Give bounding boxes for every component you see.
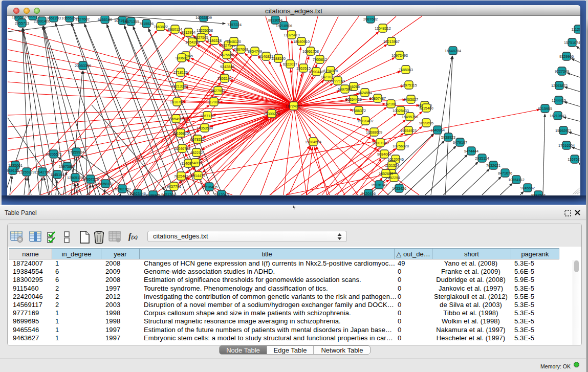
svg-text:3624554: 3624554 xyxy=(358,91,372,95)
svg-text:7663822: 7663822 xyxy=(154,25,168,29)
svg-text:9329966: 9329966 xyxy=(559,54,574,59)
svg-text:9451204: 9451204 xyxy=(161,192,176,195)
svg-text:1546120: 1546120 xyxy=(227,39,241,44)
svg-text:2803144: 2803144 xyxy=(217,76,232,81)
svg-text:10654112: 10654112 xyxy=(508,178,524,182)
svg-text:9651203: 9651203 xyxy=(47,16,61,20)
svg-text:989601: 989601 xyxy=(176,56,188,60)
svg-text:10025433: 10025433 xyxy=(393,108,409,113)
svg-text:9699695: 9699695 xyxy=(419,121,433,125)
svg-text:15136141: 15136141 xyxy=(371,183,387,187)
svg-text:6322037: 6322037 xyxy=(283,62,297,67)
svg-text:9120456: 9120456 xyxy=(361,191,376,195)
svg-text:8186328: 8186328 xyxy=(207,38,222,43)
svg-text:18807249: 18807249 xyxy=(372,141,388,145)
svg-text:2718126: 2718126 xyxy=(173,70,188,75)
svg-text:8660124: 8660124 xyxy=(168,27,182,32)
svg-text:7485063: 7485063 xyxy=(399,68,413,72)
svg-text:15751074: 15751074 xyxy=(564,40,580,45)
svg-text:1733426: 1733426 xyxy=(392,186,406,191)
svg-text:12975115: 12975115 xyxy=(401,83,417,87)
svg-text:8215955: 8215955 xyxy=(538,106,552,111)
svg-text:15692971: 15692971 xyxy=(555,128,572,133)
svg-text:9457791: 9457791 xyxy=(167,184,181,189)
svg-text:9831504: 9831504 xyxy=(531,193,546,195)
svg-text:5938923: 5938923 xyxy=(441,135,455,140)
svg-text:7955812: 7955812 xyxy=(313,57,327,62)
svg-text:19384554: 19384554 xyxy=(305,140,321,144)
svg-text:8427552: 8427552 xyxy=(211,89,225,93)
svg-text:16671355: 16671355 xyxy=(123,19,139,24)
svg-text:1588520: 1588520 xyxy=(271,56,286,61)
svg-text:12923446: 12923446 xyxy=(129,191,146,195)
svg-text:15720407: 15720407 xyxy=(357,119,374,123)
svg-text:11325419: 11325419 xyxy=(284,33,299,37)
svg-text:9227349: 9227349 xyxy=(555,69,569,74)
svg-text:10688609: 10688609 xyxy=(366,130,382,135)
svg-text:20364436: 20364436 xyxy=(345,97,362,102)
svg-text:6466160: 6466160 xyxy=(98,17,112,22)
svg-text:1362615: 1362615 xyxy=(296,66,311,71)
svg-text:20206571: 20206571 xyxy=(46,152,62,157)
svg-text:10807487: 10807487 xyxy=(369,96,386,101)
svg-text:7357224: 7357224 xyxy=(227,23,242,27)
svg-text:9777169: 9777169 xyxy=(331,79,345,83)
svg-text:12093872: 12093872 xyxy=(551,83,568,88)
svg-text:7625402: 7625402 xyxy=(174,174,188,179)
svg-text:11548312: 11548312 xyxy=(375,26,390,31)
svg-text:1151324: 1151324 xyxy=(385,163,399,168)
svg-text:15495758: 15495758 xyxy=(402,115,418,119)
svg-text:19166825: 19166825 xyxy=(172,131,189,136)
svg-text:19218506: 19218506 xyxy=(276,24,292,28)
svg-text:939139: 939139 xyxy=(7,168,19,173)
svg-text:3678332: 3678332 xyxy=(190,137,205,142)
svg-text:9084067: 9084067 xyxy=(377,152,391,157)
svg-text:3267130: 3267130 xyxy=(200,114,214,118)
svg-text:9474444: 9474444 xyxy=(464,149,478,154)
svg-text:117006: 117006 xyxy=(208,100,220,104)
svg-text:17359934: 17359934 xyxy=(68,150,84,155)
svg-text:62160: 62160 xyxy=(386,102,396,106)
svg-text:6914479: 6914479 xyxy=(191,173,205,178)
svg-text:1640954: 1640954 xyxy=(430,128,445,133)
svg-text:15716485: 15716485 xyxy=(201,185,217,189)
svg-text:1167533: 1167533 xyxy=(568,157,580,162)
svg-text:9245652: 9245652 xyxy=(520,186,535,190)
svg-text:16046738: 16046738 xyxy=(174,146,190,151)
svg-text:10958127: 10958127 xyxy=(97,182,114,186)
svg-text:6497568: 6497568 xyxy=(338,87,352,92)
svg-text:18640910: 18640910 xyxy=(293,39,310,44)
svg-text:6479197: 6479197 xyxy=(453,140,467,145)
svg-text:7612045: 7612045 xyxy=(214,192,229,195)
svg-text:1244415: 1244415 xyxy=(552,98,566,103)
svg-text:9327505: 9327505 xyxy=(194,35,208,40)
svg-text:2867608: 2867608 xyxy=(234,47,248,52)
svg-text:11156829: 11156829 xyxy=(19,170,35,174)
svg-text:8990448: 8990448 xyxy=(309,70,323,74)
svg-text:19654985: 19654985 xyxy=(168,117,184,121)
svg-text:1527602: 1527602 xyxy=(75,17,90,21)
svg-text:3675685: 3675685 xyxy=(220,53,234,57)
svg-text:7632621: 7632621 xyxy=(486,163,500,168)
svg-text:8471676: 8471676 xyxy=(498,171,512,176)
svg-text:12353594: 12353594 xyxy=(197,126,213,130)
svg-text:2087682: 2087682 xyxy=(363,17,378,21)
svg-text:16961758: 16961758 xyxy=(302,49,319,54)
svg-text:2935114: 2935114 xyxy=(475,156,489,161)
svg-text:16033809: 16033809 xyxy=(195,16,212,20)
svg-text:17016504: 17016504 xyxy=(558,143,575,148)
svg-text:19654923: 19654923 xyxy=(400,128,417,133)
svg-text:1610755: 1610755 xyxy=(170,100,184,104)
svg-text:16210643: 16210643 xyxy=(550,114,566,118)
svg-text:12505135: 12505135 xyxy=(67,176,83,180)
svg-text:9115460: 9115460 xyxy=(419,106,433,111)
svg-text:7386372: 7386372 xyxy=(352,108,366,113)
svg-text:9242848: 9242848 xyxy=(220,64,234,69)
svg-text:20053346: 20053346 xyxy=(75,63,91,68)
svg-text:1112045: 1112045 xyxy=(572,27,580,32)
svg-text:8120345: 8120345 xyxy=(146,193,160,195)
svg-text:3912954: 3912954 xyxy=(181,30,195,35)
svg-text:1852609: 1852609 xyxy=(379,171,393,176)
svg-text:17957275: 17957275 xyxy=(82,177,99,182)
svg-text:1145194: 1145194 xyxy=(50,172,64,177)
